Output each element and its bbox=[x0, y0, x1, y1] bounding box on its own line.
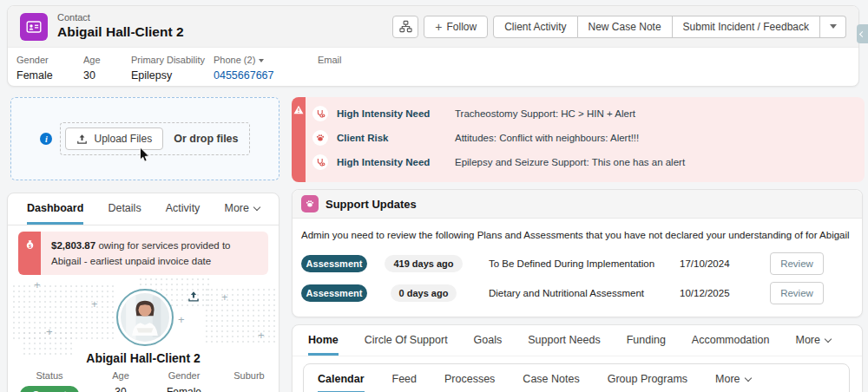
avatar[interactable] bbox=[116, 289, 174, 346]
chevron-down-icon bbox=[744, 375, 751, 382]
alert-row: High Intensity Need Tracheostomy Support… bbox=[306, 101, 858, 126]
field-primary-disability: Primary Disability Epilepsy bbox=[131, 54, 214, 83]
age-badge: 0 days ago bbox=[391, 284, 457, 302]
submit-incident-feedback-button[interactable]: Submit Incident / Feedback bbox=[673, 16, 820, 38]
field-age: Age 30 bbox=[83, 54, 131, 83]
alert-message: Epilepsy and Seizure Support: This one h… bbox=[455, 157, 858, 167]
mouse-cursor bbox=[139, 147, 150, 163]
alert-row: Client Risk Attitudes: Conflict with nei… bbox=[306, 126, 858, 150]
owing-alert: $ $2,803.87 owing for services provided … bbox=[18, 232, 268, 275]
field-email: Email bbox=[318, 54, 342, 83]
assessment-date: 17/10/2024 bbox=[680, 258, 770, 269]
support-updates-title: Support Updates bbox=[326, 198, 417, 211]
subtab-calendar[interactable]: Calendar bbox=[318, 365, 365, 392]
support-updates-header: Support Updates bbox=[293, 190, 862, 219]
assessment-row: Assessment 419 days ago To Be Defined Du… bbox=[293, 249, 862, 278]
record-header: Contact Abigail Hall-Client 2 + Follow bbox=[8, 6, 858, 48]
chevron-left-icon bbox=[859, 30, 865, 36]
follow-button[interactable]: + Follow bbox=[424, 16, 488, 38]
risk-paw-icon bbox=[312, 130, 328, 146]
subtab-processes[interactable]: Processes bbox=[444, 365, 495, 392]
status-badge: Current bbox=[20, 386, 79, 392]
stat-gender: Gender Female bbox=[150, 370, 218, 392]
edge-collapse-widget[interactable] bbox=[857, 24, 868, 43]
profile-tabs: Dashboard Details Activity More bbox=[8, 193, 279, 225]
profile-name: Abigail Hall-Client 2 bbox=[8, 351, 279, 365]
stethoscope-icon bbox=[312, 154, 328, 170]
alert-severity-bar bbox=[292, 97, 306, 182]
assessment-name: To Be Defined During Implementation bbox=[475, 258, 680, 269]
record-tabs-card: Home Circle Of Support Goals Support Nee… bbox=[292, 324, 863, 392]
assessment-name: Dietary and Nutritional Assessment bbox=[475, 288, 680, 298]
drop-files-area[interactable]: Upload Files Or drop files bbox=[60, 122, 249, 155]
client-alerts-banner: High Intensity Need Tracheostomy Support… bbox=[292, 97, 865, 182]
review-button[interactable]: Review bbox=[770, 252, 824, 275]
tab-main-more[interactable]: More bbox=[795, 325, 830, 356]
review-button[interactable]: Review bbox=[770, 282, 824, 304]
support-updates-card: Support Updates Admin you need to review… bbox=[292, 189, 863, 317]
new-case-note-button[interactable]: New Case Note bbox=[578, 16, 673, 38]
tab-circle-of-support[interactable]: Circle Of Support bbox=[365, 325, 448, 356]
contact-icon bbox=[20, 13, 48, 41]
tab-goals[interactable]: Goals bbox=[474, 325, 503, 356]
file-dropzone[interactable]: i Upload Files Or drop files bbox=[10, 97, 279, 180]
avatar-upload-icon[interactable] bbox=[187, 291, 200, 306]
tab-details[interactable]: Details bbox=[108, 193, 141, 225]
tab-support-needs[interactable]: Support Needs bbox=[528, 325, 600, 356]
highlight-fields: Gender Female Age 30 Primary Disability … bbox=[8, 48, 858, 83]
tab-more[interactable]: More bbox=[224, 193, 259, 225]
record-main-tabs: Home Circle Of Support Goals Support Nee… bbox=[293, 325, 862, 356]
contact-card-glyph bbox=[25, 18, 43, 36]
field-phone: Phone (2) 0455667667 bbox=[214, 54, 318, 83]
avatar-photo bbox=[121, 293, 169, 342]
money-bag-icon: $ bbox=[18, 232, 41, 275]
tab-dashboard[interactable]: Dashboard bbox=[27, 193, 83, 225]
subtab-feed[interactable]: Feed bbox=[392, 365, 418, 392]
tab-funding[interactable]: Funding bbox=[627, 325, 666, 356]
phone-link[interactable]: 0455667667 bbox=[214, 69, 318, 83]
owing-alert-text: $2,803.87 owing for services provided to… bbox=[41, 232, 268, 275]
client-activity-button[interactable]: Client Activity bbox=[493, 16, 577, 38]
chevron-down-icon bbox=[253, 204, 260, 211]
alert-category: Client Risk bbox=[337, 133, 450, 143]
page-title: Abigail Hall-Client 2 bbox=[57, 24, 184, 41]
warning-triangle-icon bbox=[293, 105, 304, 114]
field-gender: Gender Female bbox=[16, 54, 83, 83]
drop-files-label: Or drop files bbox=[174, 133, 238, 145]
tab-accommodation[interactable]: Accommodation bbox=[692, 325, 770, 356]
assessment-badge: Assessment bbox=[301, 255, 367, 272]
tab-activity[interactable]: Activity bbox=[166, 193, 201, 225]
action-button-group: Client Activity New Case Note Submit Inc… bbox=[493, 16, 846, 38]
info-icon[interactable]: i bbox=[40, 133, 52, 145]
upload-icon bbox=[76, 134, 88, 145]
stethoscope-icon bbox=[312, 106, 328, 121]
stat-status: Status Current bbox=[8, 370, 91, 392]
record-header-card: Contact Abigail Hall-Client 2 + Follow bbox=[7, 5, 859, 87]
alert-category: High Intensity Need bbox=[337, 108, 450, 119]
plus-icon: + bbox=[435, 20, 442, 34]
tab-home[interactable]: Home bbox=[308, 325, 339, 356]
hierarchy-icon bbox=[399, 20, 412, 33]
home-subtabs-card: Calendar Feed Processes Case Notes Group… bbox=[303, 363, 850, 392]
chevron-down-icon bbox=[830, 24, 837, 29]
subtab-more[interactable]: More bbox=[715, 365, 750, 392]
contact-record-page: Contact Abigail Hall-Client 2 + Follow bbox=[0, 0, 868, 392]
assessment-date: 10/12/2025 bbox=[680, 288, 770, 298]
record-type-label: Contact bbox=[57, 12, 184, 23]
stat-suburb: Suburb bbox=[218, 370, 279, 392]
subtab-group-programs[interactable]: Group Programs bbox=[608, 365, 687, 392]
hierarchy-button[interactable] bbox=[392, 16, 418, 38]
home-subtabs: Calendar Feed Processes Case Notes Group… bbox=[304, 364, 849, 392]
stat-age: Age 30 bbox=[91, 370, 150, 392]
profile-panel: Dashboard Details Activity More $ $2,803… bbox=[7, 193, 279, 392]
assessment-badge: Assessment bbox=[301, 284, 367, 302]
phone-dropdown-icon[interactable] bbox=[259, 59, 264, 62]
alert-message: Attitudes: Conflict with neighbours: Ale… bbox=[455, 133, 858, 143]
subtab-case-notes[interactable]: Case Notes bbox=[523, 365, 579, 392]
support-updates-icon bbox=[301, 195, 319, 212]
support-updates-intro: Admin you need to review the following P… bbox=[293, 219, 862, 240]
alert-row: High Intensity Need Epilepsy and Seizure… bbox=[306, 150, 858, 174]
header-actions: + Follow Client Activity New Case Note S… bbox=[392, 16, 846, 38]
more-actions-dropdown[interactable] bbox=[820, 16, 846, 38]
alert-message: Tracheostomy Support: HC > HIN + Alert bbox=[455, 108, 858, 119]
